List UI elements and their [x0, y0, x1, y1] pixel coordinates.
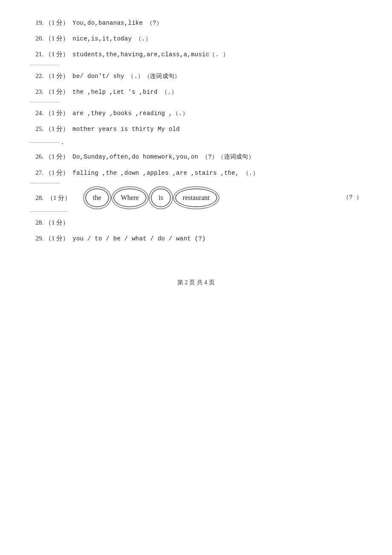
question-29: 28. （1 分）	[30, 217, 362, 228]
word-bubble-the: the	[85, 188, 109, 208]
q-score-19: （1 分）	[45, 17, 69, 29]
q-content-22: be/ don't/ shy （.）（连词成句）	[72, 71, 362, 82]
q-num-27: 27.	[30, 167, 43, 179]
q-score-20: （1 分）	[45, 33, 69, 44]
q-score-23: （1 分）	[45, 86, 69, 98]
q28-bubbles-container: the Where is restaurant	[85, 188, 339, 208]
q-content-27: falling ,the ,down ,apples ,are ,stairs …	[72, 168, 362, 179]
q28-end-mark: （? ）	[343, 192, 362, 203]
q-content-24: are ,they ,books ,reading ,（.）	[72, 108, 362, 119]
q-score-26: （1 分）	[45, 151, 69, 162]
question-22: 22. （1 分） be/ don't/ shy （.）（连词成句）	[30, 70, 362, 82]
q-score-25: （1 分）	[45, 123, 69, 135]
question-19: 19. （1 分） You,do,bananas,like （?）	[30, 17, 362, 29]
q-score-22: （1 分）	[45, 70, 69, 82]
question-28: 28. （1 分） the Where is restaurant （? ）	[30, 188, 362, 208]
q-num-25: 25.	[30, 123, 43, 135]
divider-after-27	[30, 183, 60, 183]
q-num-28: 28.	[30, 192, 43, 204]
q-num-22: 22.	[30, 70, 43, 82]
q-num-23: 23.	[30, 86, 43, 98]
q-num-29: 28.	[30, 217, 43, 228]
divider-after-23	[30, 102, 60, 102]
question-20: 20. （1 分） nice,is,it,today （.）	[30, 33, 362, 44]
q28-label: 28. （1 分）	[30, 192, 85, 204]
word-bubble-restaurant: restaurant	[175, 188, 217, 208]
q-score-28: （1 分）	[47, 192, 71, 204]
q-num-24: 24.	[30, 107, 43, 119]
question-23: 23. （1 分） the ,help ,Let 's ,bird （.）	[30, 86, 362, 98]
question-24: 24. （1 分） are ,they ,books ,reading ,（.）	[30, 107, 362, 119]
q-score-29: （1 分）	[45, 217, 69, 228]
divider-after-25	[30, 142, 60, 143]
q-num-20: 20.	[30, 33, 43, 44]
q-num-19: 19.	[30, 17, 43, 29]
period-mark: .	[61, 139, 64, 146]
word-bubble-where: Where	[113, 188, 147, 208]
divider-after-21	[30, 65, 60, 65]
page-footer: 第 2 页 共 4 页	[30, 279, 362, 286]
q-num-30: 29.	[30, 233, 43, 244]
q-content-26: Do,Sunday,often,do homework,you,on （?）（连…	[72, 152, 362, 162]
question-25: 25. （1 分） mother years is thirty My old	[30, 123, 362, 135]
question-30: 29. （1 分） you / to / be / what / do / wa…	[30, 233, 362, 244]
q-content-20: nice,is,it,today （.）	[72, 34, 362, 44]
q-content-21: students,the,having,are,class,a,music（. …	[72, 49, 362, 60]
q-score-30: （1 分）	[45, 233, 69, 244]
q-score-24: （1 分）	[45, 107, 69, 119]
q-num-26: 26.	[30, 151, 43, 162]
question-21: 21. （1 分） students,the,having,are,class,…	[30, 49, 362, 60]
word-bubble-is: is	[151, 188, 171, 208]
q-content-23: the ,help ,Let 's ,bird （.）	[72, 87, 362, 98]
question-26: 26. （1 分） Do,Sunday,often,do homework,yo…	[30, 151, 362, 162]
q-score-27: （1 分）	[45, 167, 69, 179]
question-27: 27. （1 分） falling ,the ,down ,apples ,ar…	[30, 167, 362, 179]
q-content-30: you / to / be / what / do / want (?)	[72, 234, 362, 244]
divider-after-28	[30, 211, 68, 212]
footer-text: 第 2 页 共 4 页	[177, 279, 215, 286]
q-score-21: （1 分）	[45, 49, 69, 60]
q-content-25: mother years is thirty My old	[72, 124, 362, 135]
q-num-21: 21.	[30, 49, 43, 60]
q-content-19: You,do,bananas,like （?）	[72, 18, 362, 29]
